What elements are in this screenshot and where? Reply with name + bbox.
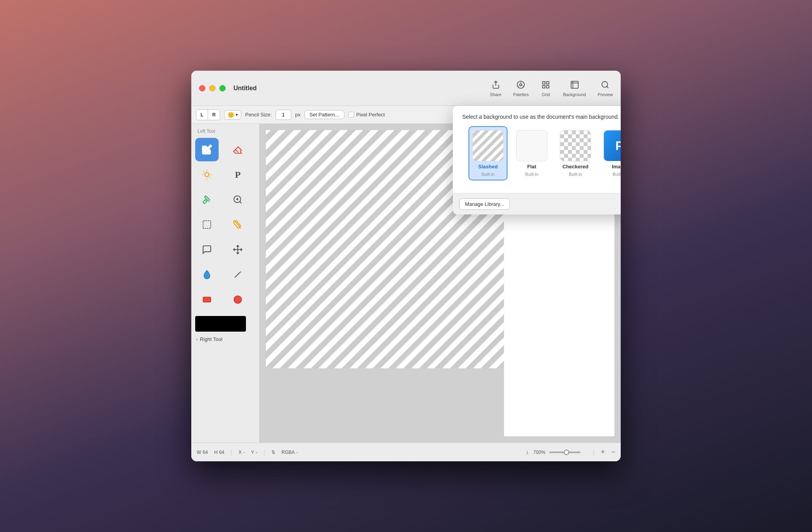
manage-library-button[interactable]: Manage Library...: [459, 198, 510, 210]
bg-item-slashed[interactable]: Slashed Built-in: [468, 126, 508, 180]
eraser-tool[interactable]: [226, 138, 249, 161]
share-button[interactable]: Share: [490, 79, 501, 97]
x-label: X: [239, 450, 242, 455]
right-tool-label: Right Tool: [200, 336, 223, 342]
lr-buttons: L R: [196, 109, 220, 120]
svg-rect-29: [203, 297, 211, 302]
traffic-lights: [199, 85, 226, 91]
color-swatch[interactable]: [195, 316, 246, 332]
width-label: W: [197, 450, 201, 455]
svg-point-13: [205, 173, 209, 177]
bg-item-flat-type: Built-in: [525, 172, 538, 177]
y-value: -: [256, 450, 257, 455]
left-tool-label: Left Tool: [191, 128, 259, 138]
left-sidebar: Left Tool: [191, 124, 260, 443]
minimize-button[interactable]: [209, 85, 215, 91]
magic-wand-tool[interactable]: [226, 213, 249, 236]
svg-rect-10: [571, 81, 578, 88]
add-button[interactable]: +: [601, 448, 605, 456]
bg-item-checkered-name: Checkered: [563, 164, 588, 170]
bg-thumb-flat: [516, 130, 547, 161]
width-status: W 64: [197, 450, 208, 455]
emoji-picker-button[interactable]: 🙂 ▾: [224, 110, 241, 120]
move-tool[interactable]: [226, 238, 249, 261]
svg-point-2: [520, 84, 522, 86]
text-tool[interactable]: P: [226, 163, 249, 186]
y-label: Y: [251, 450, 254, 455]
svg-rect-7: [547, 82, 549, 84]
toolbar-icons: Share Palettes: [490, 79, 613, 97]
bg-item-flat-name: Flat: [527, 164, 536, 170]
bg-item-image[interactable]: P Image Built-in: [600, 126, 621, 180]
grid-icon: [540, 79, 551, 90]
speech-bubble-tool[interactable]: [195, 238, 219, 261]
bg-thumb-slashed: [472, 130, 504, 161]
line-tool[interactable]: [226, 263, 249, 286]
pixel-perfect-checkbox[interactable]: [348, 112, 354, 118]
bg-items-grid: Slashed Built-in Flat Built-in Check: [462, 126, 621, 187]
px-label: px: [295, 112, 301, 118]
circle-tool[interactable]: [226, 288, 249, 311]
color-status: RGBA -: [281, 450, 298, 455]
background-button[interactable]: Background: [563, 79, 586, 97]
y-status: Y -: [251, 450, 257, 455]
x-value: -: [243, 450, 245, 455]
fullscreen-button[interactable]: [219, 85, 226, 91]
zoom-thumb: [564, 450, 569, 455]
arrows-icon: ⇅: [271, 450, 275, 455]
right-tool-section[interactable]: › Right Tool: [191, 336, 259, 342]
selection-tool[interactable]: [195, 213, 219, 236]
pixel-perfect-label: Pixel Perfect: [356, 112, 385, 118]
pencil-size-input[interactable]: [276, 110, 291, 120]
color-label: RGBA: [281, 450, 295, 455]
fill-tool[interactable]: [195, 263, 219, 286]
height-value: 64: [219, 450, 224, 455]
svg-line-21: [240, 202, 242, 204]
background-popup: Select a background to use as the docume…: [453, 106, 621, 214]
popup-footer: Manage Library... Apply: [453, 193, 621, 214]
preview-icon: [600, 79, 611, 90]
bg-item-checkered[interactable]: Checkered Built-in: [556, 126, 595, 180]
zoom-slider[interactable]: [549, 452, 581, 453]
rect-tool[interactable]: [195, 288, 219, 311]
bg-item-slashed-name: Slashed: [478, 164, 498, 170]
bg-item-flat[interactable]: Flat Built-in: [512, 126, 551, 180]
svg-rect-6: [543, 82, 545, 84]
preview-label: Preview: [598, 92, 613, 97]
bg-thumb-checkered: [560, 130, 591, 161]
svg-rect-8: [547, 86, 549, 88]
preview-button[interactable]: Preview: [598, 79, 613, 97]
emoji-icon: 🙂: [228, 112, 234, 118]
right-tool-button[interactable]: R: [208, 110, 220, 120]
svg-point-3: [520, 82, 522, 83]
svg-line-12: [607, 86, 609, 88]
minus-button[interactable]: −: [611, 448, 615, 456]
height-label: H: [214, 450, 218, 455]
background-label: Background: [563, 92, 586, 97]
palettes-icon: [515, 79, 526, 90]
chevron-down-icon: ▾: [236, 112, 238, 117]
zoom-section: ⤓ 700%: [525, 450, 581, 455]
palettes-button[interactable]: Palettes: [513, 79, 529, 97]
set-pattern-button[interactable]: Set Pattern...: [304, 110, 344, 119]
svg-point-4: [522, 85, 524, 86]
brightness-tool[interactable]: [195, 163, 219, 186]
bg-thumb-image: P: [604, 130, 621, 161]
svg-line-17: [210, 177, 210, 178]
pixel-perfect-toggle: Pixel Perfect: [348, 112, 385, 118]
chevron-right-icon: ›: [196, 337, 198, 342]
svg-line-28: [235, 271, 240, 277]
popup-description: Select a background to use as the docume…: [462, 114, 621, 120]
close-button[interactable]: [199, 85, 205, 91]
zoom-tool[interactable]: [226, 188, 249, 211]
eyedropper-tool[interactable]: [195, 188, 219, 211]
svg-point-11: [602, 82, 608, 87]
x-status: X -: [239, 450, 245, 455]
width-value: 64: [203, 450, 208, 455]
left-tool-button[interactable]: L: [196, 110, 208, 120]
title-bar: Untitled Share: [191, 71, 621, 106]
pencil-tool[interactable]: [195, 138, 219, 161]
share-label: Share: [490, 92, 501, 97]
svg-point-30: [234, 296, 242, 303]
grid-button[interactable]: Grid: [540, 79, 551, 97]
